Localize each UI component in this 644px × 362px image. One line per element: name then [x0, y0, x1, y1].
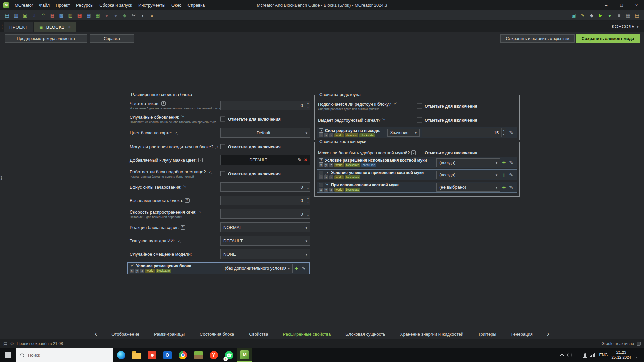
edit-procedure-icon[interactable]	[509, 130, 513, 136]
ai-path-node-dropdown[interactable]: DEFAULT	[220, 236, 310, 246]
power-value-input[interactable]: 15	[422, 128, 506, 137]
whatsapp-taskbar-button[interactable]: ☎ 1	[221, 348, 237, 362]
tab-close-icon[interactable]: ×	[68, 24, 71, 30]
add-procedure-icon[interactable]	[502, 184, 506, 191]
spinner-down-icon[interactable]	[306, 187, 310, 191]
help-icon[interactable]	[198, 210, 202, 214]
add-procedure-icon[interactable]	[502, 171, 506, 179]
yandex-taskbar-button[interactable]: Y	[206, 348, 221, 362]
help-icon[interactable]	[411, 150, 416, 155]
console-toggle[interactable]: КОНСОЛЬ	[612, 24, 639, 29]
menu-help[interactable]: Справка	[184, 1, 208, 9]
edge-taskbar-button[interactable]	[113, 348, 129, 362]
new-workspace-icon[interactable]: ▤	[3, 12, 11, 19]
nav-item-1[interactable]: Отображение	[108, 331, 142, 337]
start-button[interactable]	[0, 348, 16, 362]
search-code-icon[interactable]: ◆	[588, 12, 595, 19]
menu-resources[interactable]: Ресурсы	[73, 1, 96, 9]
spinner-up-icon[interactable]	[306, 183, 310, 187]
beacon-color-field[interactable]: DEFAULT	[220, 155, 310, 165]
menu-file[interactable]: Файл	[36, 1, 53, 9]
delete-element-icon[interactable]: ▦	[49, 12, 56, 19]
close-button[interactable]: ×	[629, 0, 644, 10]
mcreator-taskbar-button[interactable]: M	[237, 348, 252, 362]
open-workspace-icon[interactable]: ▥	[12, 12, 20, 19]
save-mod-element-button[interactable]: Сохранить элемент мода	[576, 34, 640, 43]
red-app-taskbar-button[interactable]	[144, 348, 160, 362]
nav-item-2[interactable]: Рамки-границы	[151, 331, 188, 337]
enchant-bonus-input[interactable]: 0	[220, 182, 310, 192]
run-client-icon[interactable]: ▶	[597, 12, 604, 19]
random-ticks-checkbox[interactable]: Отметьте для включения	[220, 117, 310, 122]
help-icon[interactable]	[198, 158, 203, 162]
push-reaction-dropdown[interactable]: NORMAL	[220, 222, 310, 232]
structures-tab-icon[interactable]: ▦	[94, 12, 101, 19]
help-button[interactable]: Справка	[90, 34, 134, 43]
spinner-down-icon[interactable]	[502, 133, 506, 137]
nav-item-8[interactable]: Триггеры	[475, 331, 499, 337]
gear-icon[interactable]: ⚙	[10, 341, 14, 346]
tab-project[interactable]: ПРОЕКТ	[4, 22, 33, 32]
workspace-settings-icon[interactable]: ▣	[21, 12, 29, 19]
help-icon[interactable]	[215, 145, 219, 149]
placing-condition-dropdown[interactable]: (без дополнительного условия)	[222, 264, 293, 273]
console-icon[interactable]: ▤	[3, 341, 7, 346]
checkbox-box[interactable]	[417, 104, 422, 109]
nav-item-5[interactable]: Расширенные свойства	[280, 331, 334, 337]
menu-mcreator[interactable]: MCreator	[12, 1, 36, 9]
edit-code-icon[interactable]: ✎	[579, 12, 586, 19]
model-animator-icon[interactable]: ◐	[139, 12, 147, 19]
splitter-handle[interactable]: ●●●	[0, 176, 2, 180]
model-offset-dropdown[interactable]: NONE	[220, 249, 310, 259]
add-procedure-icon[interactable]	[294, 265, 298, 272]
hidden-icons-chevron[interactable]	[560, 354, 564, 357]
image-editor-icon[interactable]: ✂	[130, 12, 138, 19]
localizations-tab-icon[interactable]: ●	[112, 12, 119, 19]
help-icon[interactable]	[185, 198, 190, 203]
spinner-down-icon[interactable]	[306, 214, 310, 218]
duplicate-element-icon[interactable]: ▧	[58, 12, 65, 19]
edit-procedure-icon[interactable]	[302, 265, 306, 272]
taskbar-clock[interactable]: 21:23 25.12.2024	[611, 350, 631, 360]
help-icon[interactable]	[181, 225, 185, 230]
help-icon[interactable]	[174, 131, 178, 135]
bonemeal-on-use-dropdown[interactable]: (не выбрано)	[436, 183, 500, 192]
spinner-up-icon[interactable]	[502, 128, 506, 133]
help-icon[interactable]	[319, 158, 323, 163]
power-mode-dropdown[interactable]: Значение:	[387, 129, 420, 137]
chrome-taskbar-button[interactable]	[175, 348, 191, 362]
help-icon[interactable]	[208, 170, 212, 174]
add-procedure-icon[interactable]	[502, 159, 506, 166]
map-color-dropdown[interactable]: Default	[220, 128, 310, 138]
bonemeal-fertilizable-checkbox[interactable]: Отметьте для включения	[417, 150, 477, 155]
nav-item-7[interactable]: Хранение энергии и жидкостей	[397, 331, 466, 337]
help-icon[interactable]	[181, 115, 185, 119]
ladder-like-checkbox[interactable]: Отметьте для включения	[220, 171, 310, 176]
help-icon[interactable]	[325, 171, 329, 175]
plants-sustain-checkbox[interactable]: Отметьте для включения	[220, 144, 310, 149]
minimize-button[interactable]: –	[599, 0, 614, 10]
nav-item-9[interactable]: Генерация	[508, 331, 536, 337]
nav-prev-arrow[interactable]: ‹	[92, 330, 100, 337]
new-mod-element-icon[interactable]: ⇩	[31, 12, 38, 19]
microphone-tray-icon[interactable]	[584, 353, 586, 357]
spinner-down-icon[interactable]	[306, 200, 310, 205]
edit-procedure-icon[interactable]	[509, 172, 513, 178]
menu-build-run[interactable]: Сборка и запуск	[96, 1, 135, 9]
console-panel-icon[interactable]: ▣	[570, 12, 577, 19]
help-icon[interactable]	[183, 185, 187, 189]
update-tray-icon[interactable]	[567, 353, 572, 357]
help-icon[interactable]	[130, 264, 134, 268]
taskbar-search[interactable]: Поиск	[16, 348, 113, 362]
run-debug-icon[interactable]: ●	[606, 12, 613, 19]
remove-color-icon[interactable]	[304, 157, 307, 163]
redstone-connect-checkbox[interactable]: Отметьте для включения	[417, 104, 477, 109]
workspace-folder-icon[interactable]: ▤	[633, 12, 641, 19]
preview-code-button[interactable]: Предпросмотр кода элемента	[5, 34, 87, 43]
variables-tab-icon[interactable]: ●	[103, 12, 110, 19]
checkbox-box[interactable]	[220, 144, 225, 149]
bonemeal-allow-dropdown[interactable]: (всегда)	[436, 158, 500, 167]
notification-center-icon[interactable]	[635, 353, 640, 357]
checkbox-box[interactable]	[417, 118, 422, 123]
spinner-down-icon[interactable]	[306, 105, 310, 110]
